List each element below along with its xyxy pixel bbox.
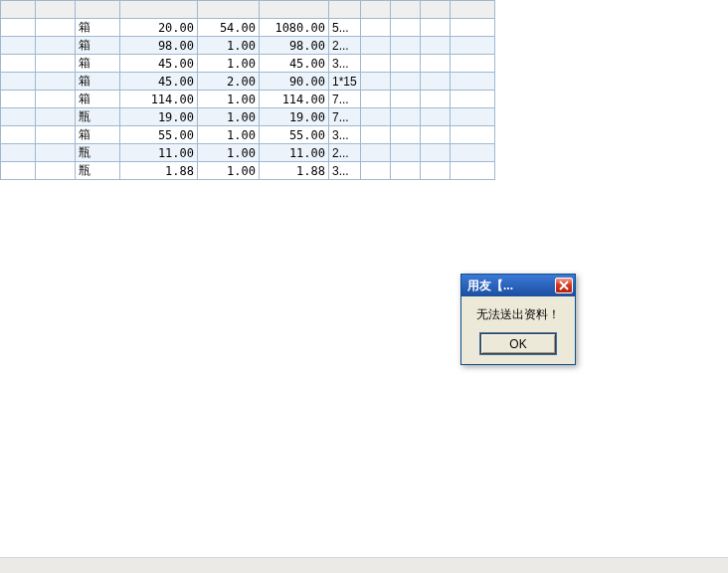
cell[interactable]: 11.00 (120, 144, 198, 162)
table-row[interactable]: 瓶1.881.001.883... (1, 162, 495, 180)
cell[interactable]: 45.00 (260, 55, 329, 73)
cell[interactable] (450, 55, 494, 73)
table-row[interactable]: 箱45.002.0090.001*15 (1, 73, 495, 91)
cell[interactable]: 114.00 (260, 91, 329, 108)
cell[interactable]: 90.00 (260, 73, 329, 91)
cell[interactable] (36, 108, 76, 126)
cell[interactable]: 45.00 (120, 55, 198, 73)
cell[interactable]: 98.00 (260, 37, 329, 55)
cell[interactable] (360, 19, 390, 37)
cell[interactable] (1, 55, 36, 73)
cell[interactable] (360, 126, 390, 144)
cell[interactable] (360, 37, 390, 55)
cell[interactable] (1, 91, 36, 108)
cell[interactable] (420, 144, 450, 162)
cell[interactable] (390, 73, 420, 91)
cell[interactable]: 114.00 (120, 91, 198, 108)
cell[interactable]: 3... (329, 126, 361, 144)
dialog-titlebar[interactable]: 用友【... (461, 275, 575, 296)
cell[interactable]: 5... (329, 19, 361, 37)
cell[interactable] (420, 126, 450, 144)
cell[interactable] (450, 108, 494, 126)
cell[interactable]: 1.00 (198, 108, 260, 126)
cell[interactable] (390, 55, 420, 73)
table-row[interactable]: 箱20.0054.001080.005... (1, 19, 495, 37)
cell[interactable]: 98.00 (120, 37, 198, 55)
cell[interactable]: 45.00 (120, 73, 198, 91)
cell[interactable]: 箱 (76, 55, 120, 73)
cell[interactable]: 瓶 (76, 162, 120, 180)
cell[interactable]: 瓶 (76, 144, 120, 162)
cell[interactable]: 箱 (76, 73, 120, 91)
cell[interactable]: 1080.00 (260, 19, 329, 37)
cell[interactable]: 箱 (76, 37, 120, 55)
cell[interactable] (450, 162, 494, 180)
cell[interactable]: 7... (329, 108, 361, 126)
cell[interactable] (1, 144, 36, 162)
cell[interactable] (1, 108, 36, 126)
cell[interactable]: 2... (329, 144, 361, 162)
table-row[interactable]: 箱45.001.0045.003... (1, 55, 495, 73)
ok-button[interactable]: OK (480, 333, 556, 354)
cell[interactable]: 54.00 (198, 19, 260, 37)
cell[interactable] (1, 19, 36, 37)
cell[interactable]: 2... (329, 37, 361, 55)
cell[interactable]: 1*15 (329, 73, 361, 91)
table-row[interactable]: 箱98.001.0098.002... (1, 37, 495, 55)
cell[interactable] (450, 19, 494, 37)
cell[interactable] (420, 73, 450, 91)
cell[interactable]: 箱 (76, 126, 120, 144)
cell[interactable] (36, 37, 76, 55)
cell[interactable] (450, 126, 494, 144)
cell[interactable] (390, 19, 420, 37)
cell[interactable] (390, 108, 420, 126)
cell[interactable]: 1.00 (198, 55, 260, 73)
cell[interactable]: 1.00 (198, 91, 260, 108)
cell[interactable] (1, 73, 36, 91)
cell[interactable] (450, 91, 494, 108)
cell[interactable]: 20.00 (120, 19, 198, 37)
cell[interactable] (360, 108, 390, 126)
cell[interactable] (390, 37, 420, 55)
cell[interactable] (36, 91, 76, 108)
cell[interactable] (36, 73, 76, 91)
cell[interactable]: 3... (329, 55, 361, 73)
cell[interactable]: 瓶 (76, 108, 120, 126)
cell[interactable] (360, 162, 390, 180)
cell[interactable] (1, 162, 36, 180)
cell[interactable] (360, 91, 390, 108)
table-row[interactable]: 箱55.001.0055.003... (1, 126, 495, 144)
cell[interactable] (36, 19, 76, 37)
data-grid[interactable]: 箱20.0054.001080.005...箱98.001.0098.002..… (0, 0, 495, 180)
cell[interactable] (390, 144, 420, 162)
cell[interactable] (360, 144, 390, 162)
table-row[interactable]: 瓶19.001.0019.007... (1, 108, 495, 126)
cell[interactable] (36, 126, 76, 144)
cell[interactable]: 箱 (76, 91, 120, 108)
cell[interactable] (390, 126, 420, 144)
cell[interactable] (450, 73, 494, 91)
cell[interactable] (360, 73, 390, 91)
cell[interactable] (420, 37, 450, 55)
cell[interactable] (390, 91, 420, 108)
cell[interactable] (36, 55, 76, 73)
table-row[interactable]: 箱114.001.00114.007... (1, 91, 495, 108)
cell[interactable]: 1.00 (198, 144, 260, 162)
cell[interactable] (390, 162, 420, 180)
cell[interactable]: 11.00 (260, 144, 329, 162)
cell[interactable] (420, 162, 450, 180)
cell[interactable] (420, 91, 450, 108)
cell[interactable]: 1.88 (120, 162, 198, 180)
cell[interactable]: 1.00 (198, 37, 260, 55)
cell[interactable]: 19.00 (120, 108, 198, 126)
cell[interactable] (420, 19, 450, 37)
cell[interactable] (36, 144, 76, 162)
cell[interactable]: 55.00 (260, 126, 329, 144)
close-icon[interactable] (555, 278, 573, 293)
table-row[interactable]: 瓶11.001.0011.002... (1, 144, 495, 162)
cell[interactable]: 2.00 (198, 73, 260, 91)
cell[interactable]: 55.00 (120, 126, 198, 144)
cell[interactable]: 3... (329, 162, 361, 180)
cell[interactable]: 箱 (76, 19, 120, 37)
cell[interactable] (420, 55, 450, 73)
